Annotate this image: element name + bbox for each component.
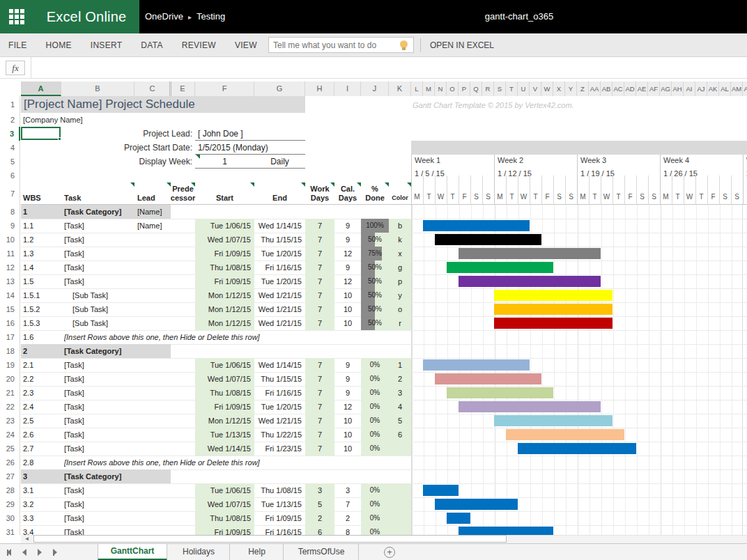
cell-caldays[interactable]: 10 <box>334 428 361 442</box>
cell-end[interactable]: Tue 1/20/15 <box>254 274 305 288</box>
cell-end[interactable]: Wed 1/14/15 <box>254 358 305 372</box>
cell-wbs[interactable]: 3 <box>23 469 59 483</box>
cell-start[interactable]: Fri 1/09/15 <box>195 400 254 414</box>
day-letter[interactable]: S <box>565 191 577 205</box>
day-letter[interactable]: W <box>684 191 695 205</box>
row-header-3[interactable]: 3 <box>0 127 20 141</box>
cell-color[interactable]: k <box>389 233 411 247</box>
cell-caldays[interactable]: 12 <box>334 274 361 288</box>
cell-start[interactable]: Tue 1/06/15 <box>195 219 254 233</box>
scrollbar-thumb[interactable] <box>33 535 507 543</box>
column-header-X[interactable]: X <box>553 81 565 96</box>
cell-color[interactable]: b <box>389 219 411 233</box>
row-header-9[interactable]: 9 <box>0 219 20 233</box>
cell-pctdone[interactable]: 0% <box>361 497 389 511</box>
header-task[interactable]: Task <box>64 182 127 205</box>
column-header-U[interactable]: U <box>518 81 530 96</box>
cell-caldays[interactable]: 9 <box>334 219 361 233</box>
row-header-13[interactable]: 13 <box>0 274 20 288</box>
day-letter[interactable]: F <box>624 191 636 205</box>
cell-color[interactable]: o <box>389 302 411 316</box>
cell-task[interactable]: [Task] <box>64 233 134 247</box>
cell-pctdone[interactable]: 50% <box>361 274 389 288</box>
row-header-24[interactable]: 24 <box>0 428 20 442</box>
column-header-B[interactable]: B <box>61 81 134 96</box>
header-end[interactable]: End <box>254 182 305 205</box>
day-letter[interactable]: T <box>589 191 601 205</box>
cell-workdays[interactable]: 7 <box>305 400 334 414</box>
cell-start[interactable]: Wed 1/07/15 <box>195 372 254 386</box>
row-header-23[interactable]: 23 <box>0 414 20 428</box>
cell-wbs[interactable]: 2.5 <box>23 414 59 428</box>
day-letter[interactable]: W <box>518 191 530 205</box>
column-header-AN[interactable]: AN <box>743 81 747 96</box>
column-header-N[interactable]: N <box>435 81 447 96</box>
cell-workdays[interactable]: 7 <box>305 386 334 400</box>
cell-end[interactable]: Tue 1/20/15 <box>254 400 305 414</box>
project-lead-value[interactable]: [ John Doe ] <box>198 127 243 141</box>
cell-wbs[interactable]: 3.3 <box>23 511 59 525</box>
cell-caldays[interactable]: 10 <box>334 288 361 302</box>
cell-task[interactable]: [Task] <box>64 372 134 386</box>
open-in-excel-button[interactable]: OPEN IN EXCEL <box>430 33 494 57</box>
column-header-H[interactable]: H <box>305 81 334 96</box>
day-letter[interactable]: T <box>695 191 707 205</box>
header-lead[interactable]: Lead <box>137 182 168 205</box>
row-header-15[interactable]: 15 <box>0 302 20 316</box>
cell-task[interactable]: [Task] <box>64 219 134 233</box>
tell-me-input[interactable] <box>273 38 392 52</box>
day-letter[interactable]: T <box>447 191 459 205</box>
cell-lead[interactable]: [Name] <box>137 205 169 219</box>
column-header-G[interactable]: G <box>254 81 305 96</box>
header-start[interactable]: Start <box>195 182 254 205</box>
row-header-21[interactable]: 21 <box>0 386 20 400</box>
cell-wbs[interactable]: 1.5.2 <box>23 302 59 316</box>
fill-handle[interactable] <box>58 137 61 141</box>
cell-start[interactable]: Fri 1/09/15 <box>195 247 254 260</box>
cell-pctdone[interactable]: 50% <box>361 288 389 302</box>
cell-color[interactable]: 5 <box>389 414 411 428</box>
cell-workdays[interactable]: 7 <box>305 316 334 330</box>
cell-wbs[interactable]: 1.5 <box>23 274 59 288</box>
brand-title[interactable]: Excel Online <box>33 0 139 33</box>
column-header-V[interactable]: V <box>530 81 541 96</box>
cell-color[interactable]: p <box>389 274 411 288</box>
week-header-5[interactable]: Week 52 / 2 / 15 <box>743 155 747 205</box>
cell-task[interactable]: [Sub Task] <box>64 316 134 330</box>
cell-start[interactable]: Tue 1/06/15 <box>195 358 254 372</box>
tab-review[interactable]: REVIEW <box>182 40 216 50</box>
cell-end[interactable]: Wed 1/21/15 <box>254 288 305 302</box>
cell-start[interactable]: Thu 1/08/15 <box>195 386 254 400</box>
cell-pctdone[interactable]: 50% <box>361 260 389 274</box>
cell-pctdone[interactable]: 0% <box>361 428 389 442</box>
cell-workdays[interactable]: 7 <box>305 302 334 316</box>
cell-wbs[interactable]: 1.5.3 <box>23 316 59 330</box>
cell-end[interactable]: Thu 1/08/15 <box>254 483 305 497</box>
sheet-tab-termsofuse[interactable]: TermsOfUse <box>284 544 359 560</box>
column-header-O[interactable]: O <box>447 81 459 96</box>
column-header-AL[interactable]: AL <box>719 81 731 96</box>
column-header-A[interactable]: A <box>21 81 61 96</box>
cell-wbs[interactable]: 2.8 <box>23 456 59 469</box>
column-header-AC[interactable]: AC <box>613 81 624 96</box>
column-header-AJ[interactable]: AJ <box>695 81 707 96</box>
cell-wbs[interactable]: 1.5.1 <box>23 288 59 302</box>
cell-workdays[interactable]: 5 <box>305 497 334 511</box>
column-header-AI[interactable]: AI <box>684 81 695 96</box>
cell-caldays[interactable]: 7 <box>334 497 361 511</box>
display-week-value[interactable]: 1 <box>195 155 254 169</box>
tab-data[interactable]: DATA <box>141 40 162 50</box>
cell-pctdone[interactable]: 100% <box>361 219 389 233</box>
row-header-17[interactable]: 17 <box>0 330 20 344</box>
cell-task[interactable]: [Task] <box>64 400 134 414</box>
cell-caldays[interactable]: 10 <box>334 316 361 330</box>
cell-color[interactable]: g <box>389 260 411 274</box>
cell-caldays[interactable]: 9 <box>334 358 361 372</box>
column-header-K[interactable]: K <box>389 81 411 96</box>
day-letter[interactable]: S <box>636 191 648 205</box>
day-letter[interactable]: S <box>719 191 731 205</box>
cell-caldays[interactable]: 2 <box>334 511 361 525</box>
cell-end[interactable]: Tue 1/13/15 <box>254 497 305 511</box>
cell-workdays[interactable]: 7 <box>305 233 334 247</box>
row-header-18[interactable]: 18 <box>0 344 20 358</box>
